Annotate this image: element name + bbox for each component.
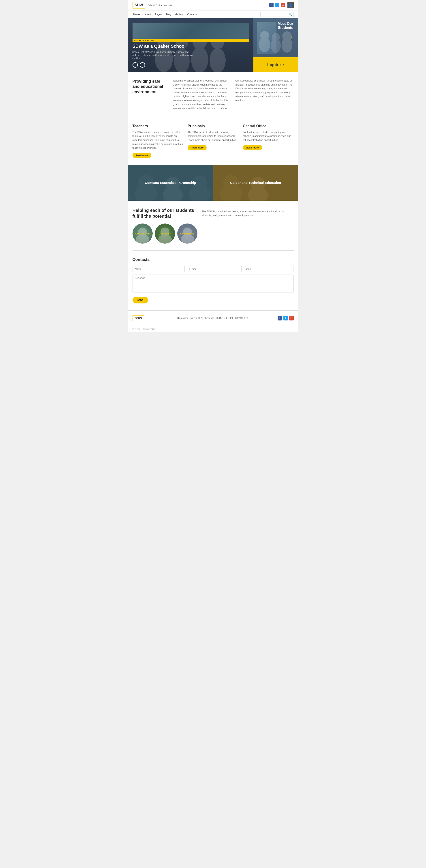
svg-point-11 xyxy=(272,33,280,41)
footer-facebook-icon[interactable]: f xyxy=(277,316,282,320)
nav-item-pages[interactable]: Pages xyxy=(154,12,163,16)
students-section: Helping each of our students fulfill the… xyxy=(128,200,298,250)
comcast-label: Comcast Essentials Partnership xyxy=(142,179,198,187)
central-office-title: Central Office xyxy=(243,124,294,128)
phone-input[interactable] xyxy=(241,266,293,272)
hero-date: FRIDAY, 02 MAY 2014 xyxy=(133,39,249,42)
contacts-section: Contacts Send xyxy=(128,251,298,310)
user-icon[interactable]: 👤 xyxy=(288,2,294,8)
header-right: f t g+ xyxy=(269,3,285,7)
hero-inquire-panel[interactable]: Inquire › xyxy=(253,57,298,72)
hero-inquire-arrow: › xyxy=(283,62,284,68)
hero-students-arrow: › xyxy=(291,35,293,40)
message-textarea[interactable] xyxy=(133,275,294,292)
social-icons: f t g+ xyxy=(269,3,285,7)
hero-nav-buttons: ← → xyxy=(133,62,249,68)
search-icon[interactable]: 🔍 xyxy=(289,13,292,16)
nav-items: Home › About › Pages › Blog › Gallery › … xyxy=(133,12,260,16)
nav-arrow-4: › xyxy=(173,13,173,16)
principals-read-more-button[interactable]: Read more xyxy=(188,145,207,150)
logo-text: SDW xyxy=(135,3,143,7)
circles-row: Our Mission Our Vision xyxy=(133,223,197,244)
central-office-read-more-button[interactable]: Read more xyxy=(243,145,262,150)
hero-banner: FRIDAY, 02 MAY 2014 SDW as a Quaker Scho… xyxy=(128,18,298,72)
nav-arrow-1: › xyxy=(142,13,142,16)
site-title: School District Website xyxy=(148,4,173,6)
logo[interactable]: SDW xyxy=(133,2,145,8)
footer-social: f t g+ xyxy=(277,316,294,320)
nav-item-blog[interactable]: Blog xyxy=(165,12,172,16)
footer-address: 28 Jackson Blvd Ste 1020 Chicago IL 6060… xyxy=(177,317,227,319)
vision-circle[interactable]: Our Vision xyxy=(155,223,175,244)
roles-section: Teachers The SDW seeks teachers to join … xyxy=(128,117,298,165)
nav-item-home[interactable]: Home xyxy=(133,12,141,16)
navbar: Home › About › Pages › Blog › Gallery › … xyxy=(128,10,298,18)
header: SDW School District Website f t g+ 👤 xyxy=(128,0,298,10)
hero-right: Meet Our Students › Inquire › xyxy=(253,18,298,72)
role-central-office: Central Office For leaders interested in… xyxy=(243,124,294,158)
nav-arrow-5: › xyxy=(185,13,186,16)
role-principals: Principals The SDW seeks leaders with cr… xyxy=(188,124,238,158)
career-label: Career and Technical Education xyxy=(228,179,283,187)
about-title: Providing safe and educational environme… xyxy=(133,79,168,111)
hero-next-button[interactable]: → xyxy=(140,62,145,68)
footer-bottom: © 2016 Privacy Policy xyxy=(128,326,298,332)
name-input[interactable] xyxy=(133,266,185,272)
about-col1: Welcome to School District's Website. Ou… xyxy=(173,79,231,111)
role-teachers: Teachers The SDW seeks teachers to join … xyxy=(133,124,183,158)
hero-description: School District Website is a Friends (Qu… xyxy=(133,51,195,60)
principals-title: Principals xyxy=(188,124,238,128)
central-office-description: For leaders interested in supporting our… xyxy=(243,130,294,142)
footer-twitter-icon[interactable]: t xyxy=(284,316,288,320)
hero-prev-button[interactable]: ← xyxy=(133,62,138,68)
hero-left: FRIDAY, 02 MAY 2014 SDW as a Quaker Scho… xyxy=(128,18,253,72)
students-title: Helping each of our students fulfill the… xyxy=(133,207,197,219)
send-button[interactable]: Send xyxy=(133,297,148,304)
vision-label: Our Vision xyxy=(159,232,171,235)
footer: SDW 28 Jackson Blvd Ste 1020 Chicago IL … xyxy=(128,310,298,326)
about-col2: Our School District is known throughout … xyxy=(235,79,294,111)
hero-inquire-label: Inquire xyxy=(267,62,281,67)
students-left: Helping each of our students fulfill the… xyxy=(133,207,197,244)
footer-logo-text: SDW xyxy=(135,316,142,320)
contact-form-row xyxy=(133,266,294,272)
nav-arrow-2: › xyxy=(153,13,153,16)
svg-point-6 xyxy=(209,48,226,72)
nav-item-about[interactable]: About xyxy=(143,12,152,16)
mission-label: Our Mission xyxy=(135,232,150,235)
footer-logo[interactable]: SDW xyxy=(133,315,144,321)
students-description: The SDW is committed to creating a safe,… xyxy=(202,207,294,244)
career-panel[interactable]: Career and Technical Education xyxy=(213,165,298,200)
twitter-icon[interactable]: t xyxy=(275,3,280,7)
principals-description: The SDW seeks leaders with creativity, c… xyxy=(188,130,238,142)
facebook-icon[interactable]: f xyxy=(269,3,273,7)
hero-title: SDW as a Quaker School xyxy=(133,44,249,49)
photo-strip: Comcast Essentials Partnership Career an… xyxy=(128,165,298,200)
footer-tel: Tel: 800-2345-6789 xyxy=(230,317,249,319)
svg-point-13 xyxy=(282,31,292,41)
teachers-title: Teachers xyxy=(133,124,183,128)
contacts-title: Contacts xyxy=(133,257,294,262)
nav-arrow-3: › xyxy=(164,13,164,16)
search-input[interactable] xyxy=(262,13,289,16)
teachers-description: The SDW seeks teachers to join in the ef… xyxy=(133,130,183,150)
footer-googleplus-icon[interactable]: g+ xyxy=(289,316,294,320)
hero-students-title: Meet Our Students xyxy=(276,22,293,30)
svg-point-31 xyxy=(183,227,192,237)
teachers-read-more-button[interactable]: Read more xyxy=(133,153,152,158)
search-box[interactable]: 🔍 xyxy=(260,12,294,17)
copyright: © 2016 xyxy=(133,328,140,330)
footer-info: 28 Jackson Blvd Ste 1020 Chicago IL 6060… xyxy=(149,317,277,319)
privacy-policy-link[interactable]: Privacy Policy xyxy=(141,328,155,330)
mission-circle[interactable]: Our Mission xyxy=(133,223,153,244)
svg-point-29 xyxy=(161,227,169,237)
governance-circle[interactable]: Governance xyxy=(177,223,197,244)
nav-item-contacts[interactable]: Contacts xyxy=(186,12,198,16)
googleplus-icon[interactable]: g+ xyxy=(281,3,285,7)
email-input[interactable] xyxy=(187,266,239,272)
svg-point-9 xyxy=(260,31,269,40)
hero-students-panel[interactable]: Meet Our Students › xyxy=(253,18,298,57)
about-section: Providing safe and educational environme… xyxy=(128,72,298,117)
nav-item-gallery[interactable]: Gallery xyxy=(174,12,184,16)
comcast-panel[interactable]: Comcast Essentials Partnership xyxy=(128,165,213,200)
